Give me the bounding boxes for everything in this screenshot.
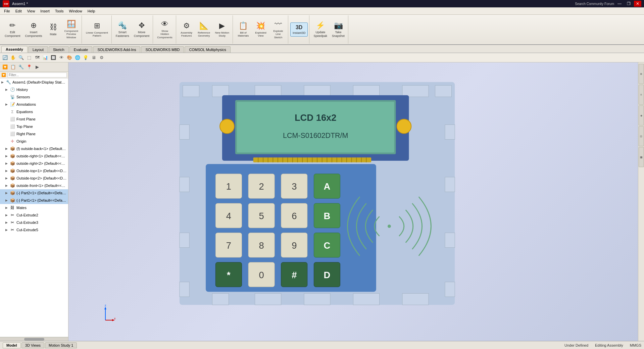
- zoom-btn[interactable]: 🔍: [17, 54, 25, 61]
- show-hidden-button[interactable]: 👁 ShowHiddenComponents: [155, 18, 174, 40]
- update-speedpak-button[interactable]: ⚡ UpdateSpeedpak: [311, 20, 329, 39]
- cut-extrude3-label: Cut-Extrude3: [16, 220, 38, 225]
- rp-btn-5[interactable]: ▦: [639, 147, 644, 167]
- rotate-view-btn[interactable]: 🔄: [1, 54, 9, 61]
- mate-button[interactable]: ⛓ Mate: [45, 21, 62, 37]
- scene-btn[interactable]: 🌐: [74, 54, 81, 61]
- view-orient-btn[interactable]: 🗺: [34, 54, 41, 61]
- assembly-features-button[interactable]: ⚙ AssemblyFeatures: [178, 20, 195, 39]
- instant3d-button[interactable]: 3D Instant3D: [290, 22, 308, 37]
- tab-sw-addins[interactable]: SOLIDWORKS Add-Ins: [93, 46, 140, 53]
- key-4-label: 4: [226, 211, 231, 221]
- pan-view-btn[interactable]: ✋: [9, 54, 17, 61]
- tree-filter-input[interactable]: [7, 72, 67, 78]
- tree-cut-extrude3[interactable]: ▶ ✂ Cut-Extrude3: [0, 219, 68, 226]
- tree-outside-right1[interactable]: ▶ 📦 outside-right<1> (Default<<Default>_…: [0, 152, 68, 160]
- hide-show-btn[interactable]: 👁: [58, 54, 65, 61]
- tree-assem1[interactable]: ▶ 🔧 Assem1 (Default<Display State-1>): [0, 79, 68, 86]
- preview-label: ComponentPreviewWindow: [64, 30, 78, 39]
- menu-insert[interactable]: Insert: [38, 8, 52, 14]
- bottom-tab-3dviews[interactable]: 3D Views: [21, 342, 44, 348]
- tree-origin[interactable]: ✛ Origin: [0, 138, 68, 145]
- close-button[interactable]: ✕: [634, 1, 641, 7]
- status-units: MMGS: [630, 343, 641, 347]
- tab-evaluate[interactable]: Evaluate: [69, 46, 93, 53]
- tree-outside-top2[interactable]: ▶ 📦 Outside-top<2> (Default<<Default>_D.…: [0, 174, 68, 182]
- monitor-btn[interactable]: 🖥: [90, 54, 97, 61]
- component-preview-button[interactable]: 🪟 ComponentPreviewWindow: [62, 18, 80, 40]
- rp-btn-3[interactable]: ◈: [639, 105, 644, 126]
- maximize-button[interactable]: ❐: [625, 1, 633, 7]
- take-snapshot-button[interactable]: 📷 TakeSnapshot: [330, 20, 347, 39]
- tree-part2[interactable]: ▶ 📦 (-) Part2<1> (Default<<Default>_Disp…: [0, 189, 68, 197]
- tree-front-plane[interactable]: ⬜ Front Plane: [0, 115, 68, 123]
- linear-component-pattern-button[interactable]: ⊞ Linear ComponentPattern: [84, 20, 110, 39]
- smart-fasteners-button[interactable]: 🔩 SmartFasteners: [114, 20, 131, 39]
- display-btn[interactable]: 🔲: [50, 54, 57, 61]
- tree-outside-back1[interactable]: ▶ 📦 (f) outside-back<1> (Default<<Defaul…: [0, 145, 68, 152]
- notch-l2: [180, 177, 189, 192]
- outside-top2-label: Outside-top<2> (Default<<Default>_D...: [16, 176, 67, 180]
- key-2-label: 2: [259, 181, 264, 192]
- explode-line-sketch-button[interactable]: 〰 ExplodeLineSketch: [270, 18, 287, 40]
- tree-annotations[interactable]: ▶ 📝 Annotations: [0, 101, 68, 108]
- tab-sw-mbd[interactable]: SOLIDWORKS MBD: [141, 46, 184, 53]
- move-component-button[interactable]: ✥ MoveComponent: [132, 20, 152, 39]
- tree-cut-extrude2[interactable]: ▶ ✂ Cut-Extrude2: [0, 211, 68, 219]
- tab-comsol[interactable]: COMSOL Multiphysics: [185, 46, 230, 53]
- insert-components-button[interactable]: ⊕ InsertComponents: [23, 20, 44, 39]
- bottom-tab-motion[interactable]: Motion Study 1: [45, 342, 77, 348]
- sidebar-scrollbar[interactable]: [0, 337, 68, 341]
- menu-help[interactable]: Help: [85, 8, 98, 14]
- tree-part1[interactable]: ▶ 📦 (-) Part1<1> (Default<<Default>_Disp…: [0, 197, 68, 204]
- settings-btn[interactable]: ⚙: [98, 54, 105, 61]
- tree-sensors[interactable]: 📡 Sensors: [0, 93, 68, 101]
- tree-history[interactable]: ▶ 🕐 History: [0, 86, 68, 93]
- appearance-btn[interactable]: 🎨: [66, 54, 73, 61]
- menu-tools[interactable]: Tools: [52, 8, 66, 14]
- explode-label: ExplodedView: [255, 31, 266, 38]
- tree-equations[interactable]: Σ Equations: [0, 108, 68, 115]
- explode-icon: 💥: [256, 21, 265, 30]
- rp-btn-4[interactable]: ⊡: [639, 126, 644, 146]
- rp-btn-1[interactable]: ⊕: [639, 64, 644, 84]
- tab-sketch[interactable]: Sketch: [49, 46, 69, 53]
- sidebar-expand-btn[interactable]: ▶: [34, 63, 41, 71]
- edit-component-button[interactable]: ✏ EditComponent: [3, 20, 22, 39]
- key-3-label: 3: [292, 181, 297, 192]
- sidebar-filter-btn[interactable]: 🔽: [1, 63, 9, 71]
- tree-right-plane[interactable]: ⬜ Right Plane: [0, 130, 68, 138]
- assembly-canvas[interactable]: LCD 16x2 LCM-S01602DTR/M 1 2 3 A 4 5: [68, 62, 638, 341]
- menu-window[interactable]: Window: [66, 8, 85, 14]
- menu-view[interactable]: View: [24, 8, 38, 14]
- tree-outside-top1[interactable]: ▶ 📦 Outside-top<1> (Default<<Default>_D.…: [0, 167, 68, 174]
- mount-hole-t4: [353, 85, 380, 97]
- bill-of-materials-button[interactable]: 📋 Bill ofMaterials: [235, 20, 252, 39]
- exploded-view-button[interactable]: 💥 ExplodedView: [252, 20, 269, 39]
- section-view-btn[interactable]: 📊: [42, 54, 49, 61]
- menu-edit[interactable]: Edit: [13, 8, 24, 14]
- sidebar-pin-btn[interactable]: 📍: [26, 63, 33, 71]
- cut-extrude5-label: Cut-Extrude5: [16, 228, 38, 232]
- sidebar-icon2-btn[interactable]: 🔧: [17, 63, 25, 71]
- tree-outside-front1[interactable]: ▶ 📦 outside-front<1> (Default<<Default>.…: [0, 182, 68, 189]
- rp-btn-2[interactable]: ≡: [639, 85, 644, 105]
- sidebar-icon-btn[interactable]: 📋: [9, 63, 17, 71]
- tab-layout[interactable]: Layout: [28, 46, 48, 53]
- new-motion-study-button[interactable]: ▶ New MotionStudy: [213, 20, 231, 39]
- tree-cut-extrude5[interactable]: ▶ ✂ Cut-Extrude5: [0, 226, 68, 234]
- reference-geometry-button[interactable]: 📐 ReferenceGeometry: [196, 20, 212, 39]
- tree-top-plane[interactable]: ⬜ Top Plane: [0, 123, 68, 130]
- lights-btn[interactable]: 💡: [82, 54, 89, 61]
- zoom-area-btn[interactable]: ⬚: [26, 54, 33, 61]
- minimize-button[interactable]: —: [615, 1, 624, 7]
- tree-outside-right2[interactable]: ▶ 📦 outside-right<2> (Default<<Default>_…: [0, 160, 68, 167]
- bottom-tab-model[interactable]: Model: [3, 342, 21, 348]
- key-d-label: D: [324, 270, 331, 280]
- assembly-svg: LCD 16x2 LCM-S01602DTR/M 1 2 3 A 4 5: [68, 62, 638, 341]
- view-toolbar: 🔄 ✋ 🔍 ⬚ 🗺 📊 🔲 👁 🎨 🌐 💡 🖥 ⚙: [0, 53, 644, 62]
- tree-mates[interactable]: ▶ ⛓ Mates: [0, 204, 68, 211]
- arrow-part2: ▶: [5, 191, 9, 195]
- menu-file[interactable]: File: [1, 8, 13, 14]
- tab-assembly[interactable]: Assembly: [1, 46, 28, 53]
